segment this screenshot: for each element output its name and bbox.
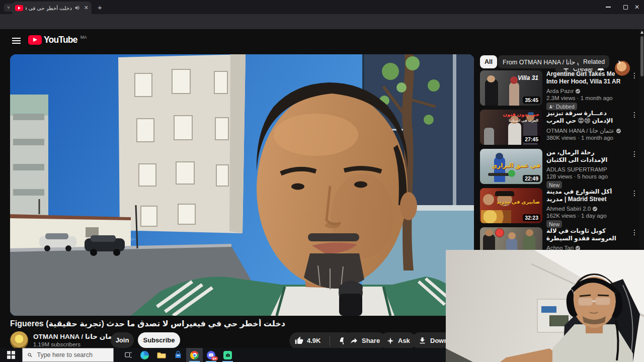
video-thumbnail[interactable]: في عمق البراري 22:49 xyxy=(480,149,542,184)
microsoft-store-icon[interactable] xyxy=(170,348,186,362)
video-card-title[interactable]: أكل الشوارع في مدينة مدريد | Madrid Stre… xyxy=(546,188,621,204)
notification-badge: 9+ xyxy=(211,356,218,360)
subscribe-button[interactable]: Subscribe xyxy=(138,332,180,348)
video-player[interactable] xyxy=(10,54,474,316)
share-icon xyxy=(350,336,358,345)
edge-icon[interactable] xyxy=(136,348,153,362)
angry-emoji-icon xyxy=(495,228,504,237)
video-title: Figueres دخلت أخطر حي في فيغيراس لا تصدق… xyxy=(10,319,448,328)
thumbnail-text: حي بدون قنون xyxy=(503,112,539,117)
start-button[interactable] xyxy=(0,348,22,362)
yt-wordmark: YouTube xyxy=(44,35,77,45)
verified-icon xyxy=(592,206,598,212)
like-button[interactable]: 4.9K xyxy=(289,332,326,349)
yt-country-code: MA xyxy=(80,35,87,40)
duration-badge: 35:45 xyxy=(523,97,540,104)
chip-all[interactable]: All xyxy=(480,55,497,68)
sparkle-icon xyxy=(386,337,394,345)
dubbed-icon xyxy=(549,104,554,109)
thumbnail-text: صابيري في مدريد xyxy=(497,199,540,205)
yt-play-icon xyxy=(28,35,42,45)
tab-audio-icon[interactable] xyxy=(74,5,80,11)
windows-logo-icon xyxy=(7,351,15,359)
duration-badge: 32:23 xyxy=(523,214,540,221)
join-button[interactable]: Join xyxy=(111,332,134,348)
task-view-icon[interactable] xyxy=(120,348,136,362)
video-card-title[interactable]: Argentine Girl Takes Me Into Her Hood, V… xyxy=(546,70,621,85)
browser-toolbar: ← → ⟳ youtube.com/watch?v=8BCYgZBgsxE ☆ … xyxy=(0,14,644,29)
window-close-button[interactable]: ✕ xyxy=(628,0,644,14)
video-card-title[interactable]: دعـــارة سرقة تبزنيز الإدمان 😢😡 حي العرب… xyxy=(546,110,621,125)
video-menu-kebab-icon[interactable]: ⋮ xyxy=(631,228,638,236)
video-card-meta: 128 views · 5 hours ago xyxy=(546,173,608,179)
scrollbar-up-arrow[interactable] xyxy=(640,31,643,34)
video-menu-kebab-icon[interactable]: ⋮ xyxy=(631,189,638,197)
yt-header: YouTube MA Create xyxy=(0,29,644,50)
video-card-meta: 162K views · 1 day ago xyxy=(546,213,607,219)
video-card-title[interactable]: كوبل ثاوبات في لالة العروسة فقدو السيطرة… xyxy=(546,227,621,243)
file-explorer-icon[interactable] xyxy=(153,348,170,362)
taskbar-search[interactable] xyxy=(22,348,114,362)
ask-label: Ask xyxy=(398,337,410,344)
channel-name-text: OTMAN HANA / عثمان حانا xyxy=(33,332,120,340)
video-card-meta: 2.3M views · 1 month ago xyxy=(546,95,613,101)
dubbed-badge: Dubbed xyxy=(546,103,577,110)
video-card[interactable]: Villa 31 35:45 Argentine Girl Takes Me I… xyxy=(480,70,640,106)
browser-tab[interactable]: دخلت أخطر حي في فيغيراس ✕ xyxy=(12,2,92,14)
new-tab-button[interactable]: + xyxy=(98,3,102,12)
tab-title: دخلت أخطر حي في فيغيراس xyxy=(26,5,72,11)
thumbnail-text: Villa 31 xyxy=(518,74,538,81)
window-minimize-button[interactable] xyxy=(600,0,617,14)
video-menu-kebab-icon[interactable]: ⋮ xyxy=(631,111,638,119)
video-card[interactable]: حي بدون قنون العرب في اسبانيا 27:45 دعــ… xyxy=(480,110,640,145)
browser-tab-strip: ˅ دخلت أخطر حي في فيغيراس ✕ + ✕ xyxy=(0,0,644,14)
verified-icon xyxy=(575,88,581,94)
video-menu-kebab-icon[interactable]: ⋮ xyxy=(631,150,638,158)
thumbnail-text: في عمق البراري xyxy=(492,162,540,169)
download-icon xyxy=(418,336,427,345)
video-card[interactable]: صابيري في مدريد 32:23 أكل الشوارع في مدي… xyxy=(480,188,640,223)
like-divider xyxy=(330,336,330,346)
subscriber-count: 1.19M subscribers xyxy=(33,341,80,347)
video-menu-kebab-icon[interactable]: ⋮ xyxy=(631,71,638,79)
search-icon xyxy=(27,352,33,358)
like-count: 4.9K xyxy=(307,337,320,344)
hamburger-menu-icon[interactable] xyxy=(12,36,21,45)
yt-logo[interactable]: YouTube MA xyxy=(28,35,86,45)
video-card-channel[interactable]: OTMAN HANA / عثمان حانا xyxy=(546,127,621,134)
video-card[interactable]: في عمق البراري 22:49 رحلة الرمال، من الإ… xyxy=(480,149,640,184)
thumbnail-subtext: العرب في اسبانيا xyxy=(509,119,538,123)
webcam-overlay xyxy=(446,250,644,362)
screen: ˅ دخلت أخطر حي في فيغيراس ✕ + ✕ ← → ⟳ yo… xyxy=(0,0,644,362)
thumbs-up-icon xyxy=(295,336,303,345)
teal-app-icon[interactable] xyxy=(219,348,236,362)
tab-close-icon[interactable]: ✕ xyxy=(84,5,89,11)
verified-icon xyxy=(616,128,621,134)
video-card-meta: 380K views · 1 month ago xyxy=(546,135,613,141)
video-thumbnail[interactable]: حي بدون قنون العرب في اسبانيا 27:45 xyxy=(480,110,542,145)
video-thumbnail[interactable]: Villa 31 35:45 xyxy=(480,70,542,106)
youtube-favicon-icon xyxy=(15,5,23,11)
duration-badge: 27:45 xyxy=(523,136,540,143)
taskbar-search-input[interactable] xyxy=(37,351,109,358)
new-badge: New xyxy=(546,181,562,189)
ask-button[interactable]: Ask xyxy=(380,332,417,349)
discord-icon[interactable]: 9+ xyxy=(203,348,219,362)
channel-avatar[interactable] xyxy=(10,331,28,349)
video-card-title[interactable]: رحلة الرمال، من الإمدادات الى الكثبان ال… xyxy=(546,149,621,164)
chips-chevron-right-icon[interactable]: › xyxy=(618,55,621,68)
share-label: Share xyxy=(362,337,380,344)
chrome-icon[interactable] xyxy=(186,348,203,362)
webcam-frame xyxy=(446,250,644,362)
video-card-channel[interactable]: Ahmed Sabiri 2.0 xyxy=(546,206,598,212)
duration-badge: 22:49 xyxy=(523,175,540,182)
video-thumbnail[interactable]: صابيري في مدريد 32:23 xyxy=(480,188,542,223)
video-frame-street-interview xyxy=(10,54,474,316)
scrollbar-thumb[interactable] xyxy=(640,36,643,76)
new-badge: New xyxy=(546,220,562,228)
chip-related[interactable]: Related xyxy=(579,55,609,68)
video-card-channel[interactable]: ADLAS SUPERTRAMP xyxy=(546,166,607,172)
video-card-channel[interactable]: Arda Pazır xyxy=(546,88,581,94)
